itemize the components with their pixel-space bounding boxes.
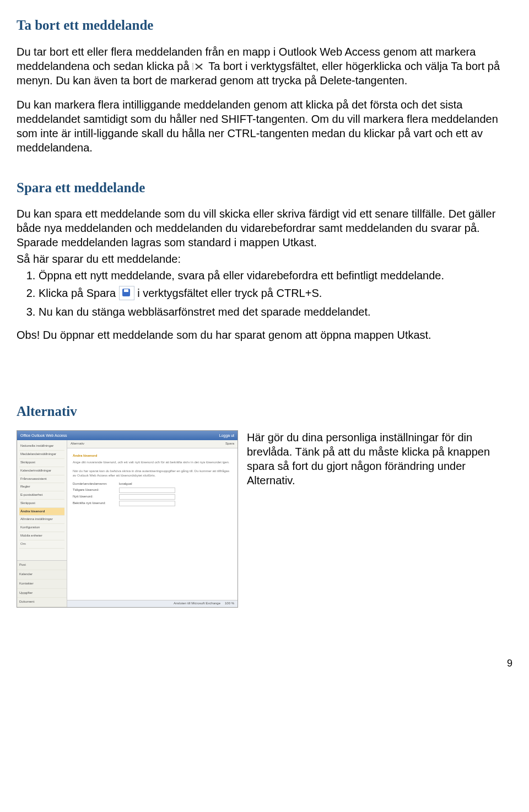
sidebar-item: E-postsäkerhet	[19, 491, 64, 500]
owa-content: Ändra lösenord Ange ditt nuvarande lösen…	[67, 448, 237, 513]
page-number: 9	[17, 657, 512, 670]
field-input	[119, 501, 175, 506]
sidebar-item-active: Ändra lösenord	[19, 508, 64, 516]
field-label: Nytt lösenord:	[73, 495, 116, 499]
owa-content-desc1: Ange ditt nuvarande lösenord, och ett va…	[73, 461, 232, 465]
text: Klicka på Spara	[39, 287, 119, 299]
owa-content-desc2: När du har sparat kan du behöva skriva i…	[73, 469, 232, 478]
sidebar-item: Meddelandeinställningar	[19, 451, 64, 459]
save-step-2: Klicka på Spara i verktygsfältet eller t…	[39, 286, 512, 301]
para-alternativ: Här gör du dina personliga inställningar…	[247, 430, 512, 488]
para-delete-2: Du kan markera flera intilliggande medde…	[17, 98, 512, 155]
owa-toolbar-save: Spara	[225, 442, 234, 446]
owa-header: Office Outlook Web Access Logga ut	[17, 431, 237, 440]
owa-brand: Office Outlook Web Access	[20, 433, 67, 438]
field-input	[119, 494, 175, 500]
owa-footer-zoom: 100 %	[225, 602, 234, 606]
heading-alternativ: Alternativ	[17, 403, 512, 421]
sidebar-nav-post: Post	[17, 561, 67, 570]
sidebar-nav-uppgifter: Uppgifter	[17, 589, 67, 598]
sidebar-item: Frånvaroassistent	[19, 475, 64, 484]
sidebar-item: Regler	[19, 483, 64, 491]
owa-toolbar-title: Alternativ	[71, 442, 84, 446]
sidebar-nav-kontakter: Kontakter	[17, 580, 67, 589]
delete-x-icon	[192, 61, 206, 71]
text: i verktygsfältet eller tryck på CTRL+S.	[137, 287, 322, 299]
owa-logout: Logga ut	[219, 433, 234, 438]
field-input	[119, 488, 175, 493]
para-save-2: Så här sparar du ett meddelande:	[17, 252, 512, 266]
sidebar-item: Skräppost	[19, 500, 64, 508]
save-icon	[119, 286, 134, 300]
sidebar-item: Mobila enheter	[19, 532, 64, 540]
save-step-3: Nu kan du stänga webbläsarfönstret med d…	[39, 305, 512, 319]
owa-sidebar: Nationella inställningar Meddelandeinstä…	[17, 440, 67, 607]
heading-delete-message: Ta bort ett meddelande	[17, 17, 512, 35]
owa-footer: Ansluten till Microsoft Exchange 100 %	[67, 600, 237, 607]
save-steps-list: Öppna ett nytt meddelande, svara på elle…	[17, 268, 512, 319]
para-delete-1: Du tar bort ett eller flera meddelanden …	[17, 45, 512, 88]
owa-content-title: Ändra lösenord	[73, 454, 232, 458]
field-label: Bekräfta nytt lösenord:	[73, 501, 116, 506]
owa-screenshot-thumbnail: Office Outlook Web Access Logga ut Natio…	[17, 430, 238, 608]
field-label: Domän\användarnamn:	[73, 482, 116, 486]
sidebar-item: Om	[19, 540, 64, 549]
save-step-1: Öppna ett nytt meddelande, svara på elle…	[39, 268, 512, 283]
sidebar-nav-kalender: Kalender	[17, 570, 67, 580]
para-save-1: Du kan spara ett meddelande som du vill …	[17, 207, 512, 250]
field-label: Tidigare lösenord:	[73, 488, 116, 492]
para-obs: Obs! Du öppnar ett meddelande som du har…	[17, 328, 512, 342]
sidebar-item: Konfiguration	[19, 524, 64, 532]
sidebar-item: Skräppost	[19, 459, 64, 467]
sidebar-item: Kalenderinställningar	[19, 467, 64, 475]
sidebar-nav-dokument: Dokument	[17, 598, 67, 607]
sidebar-item: Allmänna inställningar	[19, 516, 64, 524]
field-value: localgoal	[119, 482, 132, 486]
sidebar-item: Nationella inställningar	[19, 442, 64, 451]
owa-toolbar: Alternativ Spara	[67, 440, 237, 448]
owa-footer-status: Ansluten till Microsoft Exchange	[174, 602, 220, 606]
heading-save-message: Spara ett meddelande	[17, 179, 512, 197]
